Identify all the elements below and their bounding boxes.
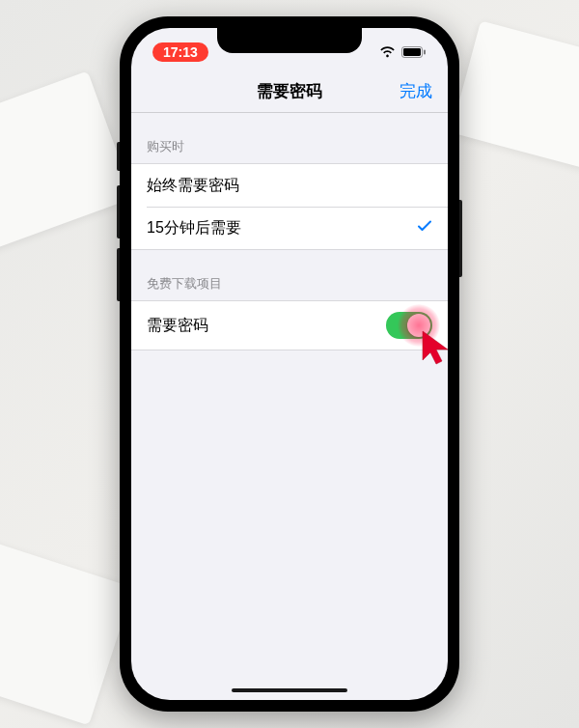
toggle-knob: [407, 314, 430, 337]
phone-frame: 17:13 需要密码 完成 购买时 始终需要密码 15分钟后需要: [120, 16, 459, 712]
toggle-label: 需要密码: [147, 316, 208, 336]
wifi-icon: [379, 46, 396, 58]
done-button[interactable]: 完成: [400, 80, 432, 102]
home-indicator[interactable]: [232, 688, 347, 692]
battery-icon: [401, 46, 427, 58]
option-require-after-15min[interactable]: 15分钟后需要: [131, 207, 448, 249]
screen: 17:13 需要密码 完成 购买时 始终需要密码 15分钟后需要: [131, 28, 448, 700]
free-downloads-group: 需要密码: [131, 300, 448, 350]
svg-rect-1: [403, 48, 421, 56]
svg-rect-2: [424, 50, 426, 55]
status-time-recording-pill[interactable]: 17:13: [152, 42, 208, 62]
section-header-free-downloads: 免费下载项目: [131, 250, 448, 300]
option-label: 始终需要密码: [147, 176, 239, 196]
option-label: 15分钟后需要: [147, 218, 241, 238]
section-header-purchase: 购买时: [131, 113, 448, 163]
require-password-row: 需要密码: [131, 301, 448, 350]
notch: [217, 28, 362, 53]
checkmark-icon: [417, 218, 432, 238]
require-password-toggle[interactable]: [386, 312, 432, 339]
option-always-require[interactable]: 始终需要密码: [131, 164, 448, 207]
purchase-options-group: 始终需要密码 15分钟后需要: [131, 163, 448, 250]
navigation-bar: 需要密码 完成: [131, 70, 448, 113]
page-title: 需要密码: [257, 80, 322, 102]
